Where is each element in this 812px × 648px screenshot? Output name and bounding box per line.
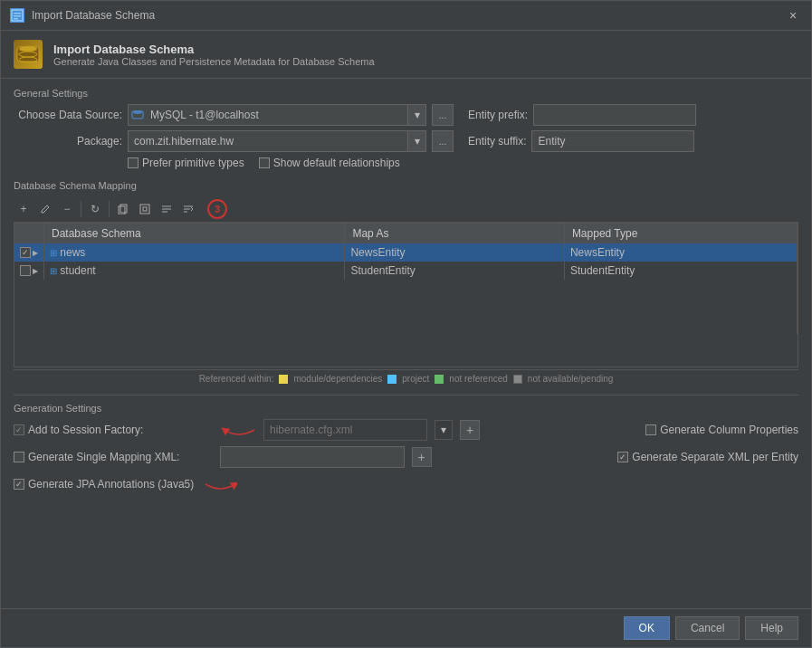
session-factory-add-button[interactable]: + — [460, 420, 480, 440]
separate-xml-label: Generate Separate XML per Entity — [632, 451, 798, 463]
annotation-arrow-1 — [220, 419, 256, 441]
row-check-cell: ▶ — [14, 262, 44, 280]
datasource-dropdown-arrow[interactable]: ▾ — [407, 105, 425, 125]
show-default-item[interactable]: Show default relationships — [259, 157, 400, 169]
row-check-cell: ▶ — [14, 243, 44, 262]
toolbar-sep-2 — [109, 201, 110, 217]
single-mapping-row: Generate Single Mapping XML: + Generate … — [14, 446, 798, 468]
table-icon-2: ⊞ — [50, 266, 57, 276]
row-mapped-type-2: StudentEntity — [564, 262, 797, 280]
checkboxes-row: Prefer primitive types Show default rela… — [14, 157, 798, 169]
legend-pending-label: not available/pending — [528, 374, 614, 384]
table-row[interactable]: ▶ ⊞ news NewsEntity NewsEntity — [14, 243, 798, 262]
remove-schema-button[interactable]: − — [57, 199, 77, 219]
svg-point-9 — [133, 110, 142, 114]
single-mapping-item[interactable]: Generate Single Mapping XML: — [14, 451, 213, 463]
jpa-checkbox[interactable] — [14, 479, 24, 490]
general-settings-title: General Settings — [14, 88, 798, 99]
svg-rect-12 — [140, 205, 149, 214]
datasource-row: Choose Data Source: MySQL - t1@localhost… — [14, 104, 798, 126]
col-database-schema: Database Schema — [44, 224, 345, 243]
legend-not-ref-label: not referenced — [449, 374, 508, 384]
schema-mapping-title: Database Schema Mapping — [14, 180, 798, 191]
entity-suffix-input[interactable] — [531, 130, 694, 152]
package-value: com.zit.hibernate.hw — [129, 135, 407, 148]
dialog-title: Import Database Schema — [53, 43, 375, 56]
legend-cyan — [387, 375, 396, 384]
sort-up-button[interactable] — [157, 199, 177, 219]
add-schema-button[interactable]: + — [14, 199, 33, 219]
prefer-primitive-label: Prefer primitive types — [142, 157, 244, 169]
svg-rect-13 — [143, 207, 147, 211]
expand-arrow-1[interactable]: ▶ — [33, 249, 38, 257]
refresh-button[interactable]: ↻ — [85, 199, 105, 219]
add-session-checkbox[interactable] — [14, 424, 24, 435]
cancel-button[interactable]: Cancel — [675, 616, 740, 640]
legend-green — [435, 375, 444, 384]
legend-project-label: project — [402, 374, 429, 384]
edit-schema-button[interactable] — [35, 199, 55, 219]
datasource-label: Choose Data Source: — [14, 109, 122, 121]
prefer-primitive-item[interactable]: Prefer primitive types — [128, 157, 244, 169]
svg-rect-3 — [14, 18, 18, 20]
generate-column-checkbox[interactable] — [645, 424, 656, 435]
single-mapping-checkbox[interactable] — [14, 452, 24, 462]
entity-suffix-label: Entity suffix: — [468, 135, 526, 148]
jpa-label: Generate JPA Annotations (Java5) — [28, 478, 194, 491]
session-factory-dropdown[interactable]: ▾ — [435, 420, 453, 440]
legend-gray — [513, 375, 522, 384]
svg-rect-2 — [14, 15, 21, 17]
row-schema-name-1: ⊞ news — [44, 243, 345, 262]
legend-yellow — [279, 375, 288, 384]
expand-button[interactable] — [135, 199, 155, 219]
package-dropdown-arrow[interactable]: ▾ — [407, 131, 425, 151]
empty-row — [14, 307, 798, 334]
expand-arrow-2[interactable]: ▶ — [33, 267, 38, 275]
separate-xml-item[interactable]: Generate Separate XML per Entity — [617, 451, 798, 463]
add-session-item[interactable]: Add to Session Factory: — [14, 424, 213, 436]
annotation-3: 3 — [207, 199, 227, 219]
schema-toolbar: + − ↻ — [14, 196, 798, 223]
package-combo[interactable]: com.zit.hibernate.hw ▾ — [128, 130, 426, 152]
dialog-footer: OK Cancel Help — [1, 608, 811, 647]
table-row[interactable]: ▶ ⊞ student StudentEntity StudentEntity — [14, 262, 798, 280]
copy-button[interactable] — [113, 199, 133, 219]
entity-prefix-input[interactable] — [533, 104, 696, 126]
datasource-combo[interactable]: MySQL - t1@localhost ▾ — [128, 104, 426, 126]
jpa-item[interactable]: Generate JPA Annotations (Java5) — [14, 478, 194, 491]
schema-table-container: Database Schema Map As Mapped Type ▶ — [14, 223, 798, 367]
session-factory-row: Add to Session Factory: hibernate.cfg.xm… — [14, 419, 798, 441]
generate-column-item[interactable]: Generate Column Properties — [645, 424, 798, 436]
toolbar-sep-1 — [81, 201, 81, 217]
generate-column-label: Generate Column Properties — [660, 424, 798, 436]
svg-rect-11 — [119, 206, 125, 214]
separate-xml-checkbox[interactable] — [617, 452, 628, 462]
show-default-checkbox[interactable] — [259, 157, 270, 168]
entity-prefix-label: Entity prefix: — [468, 109, 528, 121]
single-mapping-input[interactable] — [220, 446, 405, 468]
dialog-content: General Settings Choose Data Source: MyS… — [1, 79, 811, 608]
datasource-more-button[interactable]: ... — [432, 104, 454, 126]
close-button[interactable]: × — [784, 6, 802, 24]
package-more-button[interactable]: ... — [432, 130, 454, 152]
general-settings-section: General Settings Choose Data Source: MyS… — [14, 88, 798, 173]
header-icon — [14, 40, 43, 69]
col-map-as: Map As — [345, 224, 564, 243]
session-factory-value: hibernate.cfg.xml — [270, 424, 352, 436]
row-checkbox-2[interactable] — [20, 265, 31, 276]
help-button[interactable]: Help — [745, 616, 798, 640]
single-mapping-label: Generate Single Mapping XML: — [28, 451, 179, 463]
prefer-primitive-checkbox[interactable] — [128, 157, 139, 168]
ok-button[interactable]: OK — [624, 616, 670, 640]
schema-table: Database Schema Map As Mapped Type ▶ — [14, 224, 798, 334]
legend-bar: Referenced within: module/dependencies p… — [14, 369, 798, 387]
generation-settings-title: Generation Settings — [14, 403, 798, 414]
col-check — [14, 224, 44, 243]
package-label: Package: — [14, 135, 122, 148]
row-checkbox-1[interactable] — [20, 247, 31, 258]
single-mapping-add-button[interactable]: + — [412, 447, 432, 467]
row-mapped-type-1: NewsEntity — [564, 243, 797, 262]
add-session-label: Add to Session Factory: — [28, 424, 143, 436]
sort-down-button[interactable] — [178, 199, 198, 219]
title-bar: Import Database Schema × — [1, 1, 811, 31]
